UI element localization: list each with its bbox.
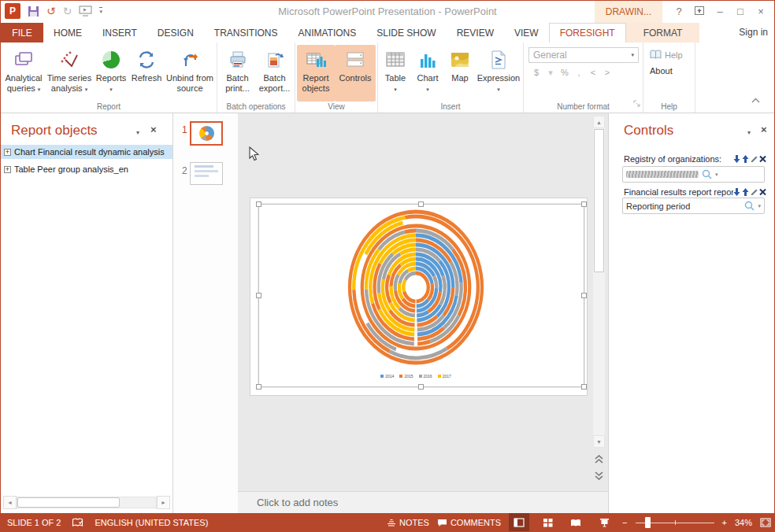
- maximize-button[interactable]: □: [730, 3, 751, 20]
- panel-menu-caret-icon[interactable]: ▾: [136, 129, 139, 136]
- resize-handle-s[interactable]: [418, 384, 424, 390]
- save-icon[interactable]: [28, 6, 39, 17]
- language-indicator[interactable]: ENGLISH (UNITED STATES): [95, 518, 208, 527]
- time-series-analysis-button[interactable]: Time series analysis ▾: [45, 45, 94, 102]
- zoom-in-button[interactable]: +: [722, 518, 727, 527]
- slide-show-button[interactable]: [594, 513, 614, 532]
- scroll-up-icon[interactable]: ▲: [593, 116, 605, 128]
- panel-close-icon[interactable]: ×: [761, 124, 767, 135]
- unbind-from-source-button[interactable]: Unbind from source: [165, 45, 215, 102]
- tab-slide-show[interactable]: SLIDE SHOW: [366, 23, 446, 42]
- minimize-button[interactable]: –: [710, 3, 730, 20]
- resize-handle-w[interactable]: [256, 293, 261, 298]
- analytical-queries-button[interactable]: Analytical queries ▾: [2, 45, 45, 102]
- expand-icon[interactable]: +: [4, 149, 11, 156]
- slide-editing-area[interactable]: 2014 2015 2016 2017 ▲ ▼: [238, 113, 608, 491]
- insert-expression-button[interactable]: Expression▾: [476, 45, 521, 102]
- tree-item-table-peer-group[interactable]: + Table Peer group analysis_en: [1, 162, 172, 176]
- number-format-combobox[interactable]: General ▾: [528, 47, 639, 63]
- undo-icon[interactable]: ↺: [46, 3, 56, 19]
- hscroll-track[interactable]: [17, 497, 157, 508]
- slide-1-thumbnail[interactable]: [190, 121, 223, 146]
- redo-icon[interactable]: ↻: [63, 3, 72, 19]
- previous-slide-button[interactable]: [595, 453, 603, 467]
- search-icon[interactable]: [702, 169, 712, 179]
- increase-decimal-button[interactable]: >: [603, 68, 612, 78]
- insert-map-button[interactable]: Map: [444, 45, 476, 102]
- tab-transitions[interactable]: TRANSITIONS: [204, 23, 288, 42]
- tab-home[interactable]: HOME: [43, 23, 92, 42]
- chevron-down-icon[interactable]: ▾: [758, 203, 761, 209]
- powerpoint-app-icon[interactable]: P: [5, 3, 20, 19]
- resize-handle-se[interactable]: [581, 384, 587, 390]
- zoom-slider-thumb[interactable]: [645, 517, 651, 528]
- scroll-down-icon[interactable]: ▼: [593, 435, 605, 448]
- about-button[interactable]: About: [650, 66, 673, 76]
- radial-chart[interactable]: [346, 207, 487, 368]
- tab-view[interactable]: VIEW: [504, 23, 549, 42]
- resize-handle-nw[interactable]: [256, 201, 261, 207]
- zoom-out-button[interactable]: −: [622, 518, 627, 527]
- help-button[interactable]: ?: [669, 3, 689, 20]
- reports-button[interactable]: Reports▾: [94, 45, 128, 102]
- edit-pencil-icon[interactable]: [751, 155, 758, 163]
- controls-toggle[interactable]: Controls: [335, 45, 376, 102]
- fit-to-window-icon[interactable]: [760, 518, 771, 527]
- notes-pane[interactable]: Click to add notes: [238, 491, 608, 513]
- percent-format-button[interactable]: %: [560, 68, 569, 78]
- hscroll-thumb[interactable]: [17, 497, 120, 508]
- expand-icon[interactable]: +: [4, 166, 11, 173]
- notes-placeholder[interactable]: Click to add notes: [257, 492, 608, 513]
- batch-export-button[interactable]: Batch export...: [256, 45, 293, 102]
- tab-insert[interactable]: INSERT: [92, 23, 147, 42]
- tab-foresight[interactable]: FORESIGHT: [549, 23, 626, 42]
- reading-view-button[interactable]: [565, 513, 586, 532]
- zoom-slider[interactable]: [636, 513, 714, 532]
- slide-2-thumbnail[interactable]: [190, 162, 223, 185]
- tab-file[interactable]: FILE: [1, 23, 43, 42]
- sign-in-link[interactable]: Sign in: [739, 23, 768, 42]
- batch-print-button[interactable]: Batch print...: [219, 45, 256, 102]
- move-down-icon[interactable]: [733, 188, 740, 196]
- tab-animations[interactable]: ANIMATIONS: [287, 23, 366, 42]
- move-down-icon[interactable]: [733, 155, 740, 163]
- move-up-icon[interactable]: [742, 188, 749, 196]
- move-up-icon[interactable]: [742, 155, 749, 163]
- insert-chart-button[interactable]: Chart▾: [411, 45, 444, 102]
- refresh-button[interactable]: Refresh: [128, 45, 165, 102]
- ribbon-display-options-button[interactable]: [689, 3, 710, 20]
- reporting-period-input[interactable]: Reporting period ▾: [622, 198, 765, 214]
- chevron-down-icon[interactable]: ▾: [546, 68, 555, 78]
- resize-handle-n[interactable]: [418, 201, 424, 207]
- resize-handle-e[interactable]: [581, 293, 587, 298]
- report-objects-toggle[interactable]: Report objects: [297, 45, 335, 102]
- comments-button[interactable]: COMMENTS: [437, 518, 501, 527]
- insert-table-button[interactable]: Table▾: [380, 45, 411, 102]
- start-from-beginning-icon[interactable]: [79, 6, 92, 17]
- next-slide-button[interactable]: [595, 469, 603, 483]
- slide-sorter-view-button[interactable]: [537, 513, 558, 532]
- normal-view-button[interactable]: [509, 513, 529, 532]
- zoom-level[interactable]: 34%: [735, 518, 752, 527]
- resize-handle-ne[interactable]: [581, 201, 587, 207]
- panel-menu-caret-icon[interactable]: ▾: [747, 129, 751, 136]
- vscroll-track[interactable]: [593, 128, 605, 435]
- close-button[interactable]: ×: [751, 3, 771, 20]
- registry-of-organizations-input[interactable]: ▾: [622, 166, 765, 183]
- delete-x-icon[interactable]: [759, 188, 766, 196]
- slide-vscrollbar[interactable]: ▲ ▼: [593, 116, 605, 128]
- spell-check-icon[interactable]: [72, 518, 83, 528]
- tab-design[interactable]: DESIGN: [147, 23, 204, 42]
- tree-item-chart-financial-result[interactable]: + Chart Financial result dynamic analysi…: [1, 145, 172, 159]
- report-objects-hscrollbar[interactable]: ◄ ►: [3, 495, 170, 509]
- search-icon[interactable]: [744, 201, 755, 211]
- collapse-ribbon-button[interactable]: [751, 92, 760, 106]
- edit-pencil-icon[interactable]: [751, 188, 758, 196]
- scroll-right-icon[interactable]: ►: [157, 496, 170, 509]
- notes-button[interactable]: NOTES: [387, 518, 429, 527]
- chevron-down-icon[interactable]: ▾: [715, 172, 718, 178]
- delete-x-icon[interactable]: [759, 155, 766, 163]
- drawing-tools-chip[interactable]: DRAWIN...: [595, 1, 662, 23]
- help-button[interactable]: Help: [650, 50, 683, 60]
- scroll-left-icon[interactable]: ◄: [3, 496, 17, 509]
